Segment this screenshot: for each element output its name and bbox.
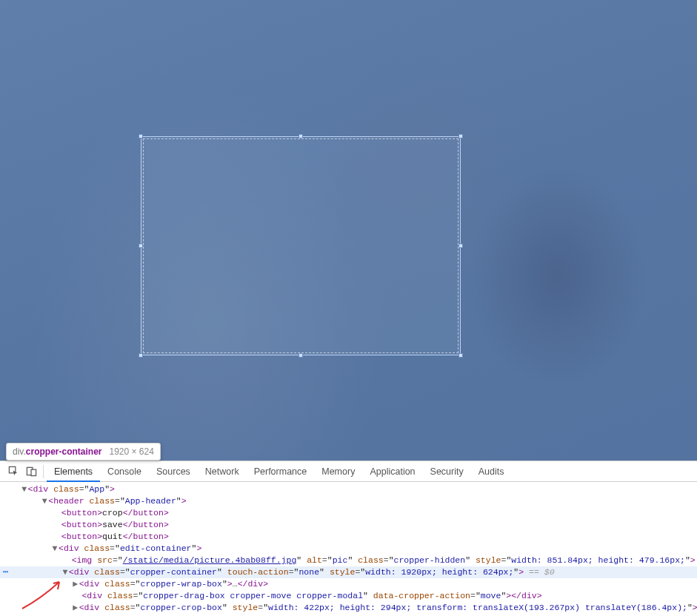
tab-security[interactable]: Security	[423, 461, 471, 482]
devtools-tab-bar: Elements Console Sources Network Perform…	[0, 461, 697, 482]
devtools-panel: Elements Console Sources Network Perform…	[0, 461, 697, 616]
breakpoint-gutter-icon[interactable]: ⋯	[3, 566, 9, 578]
dom-node-app[interactable]: ▼<div class="App">	[0, 483, 697, 495]
svg-rect-2	[31, 469, 36, 475]
tab-sources[interactable]: Sources	[149, 461, 198, 482]
crop-handle-ne[interactable]	[458, 134, 463, 138]
crop-handle-n[interactable]	[299, 134, 303, 138]
cropper-crop-box[interactable]	[141, 136, 461, 355]
dom-node-edit-container[interactable]: ▼<div class="edit-container">	[0, 543, 697, 555]
tooltip-dimensions: 1920 × 624	[109, 446, 153, 457]
inspect-element-icon[interactable]	[4, 463, 22, 481]
dom-node-button-save[interactable]: <button>save</button>	[0, 519, 697, 531]
tab-performance[interactable]: Performance	[247, 461, 315, 482]
dom-node-crop-box[interactable]: ▶<div class="cropper-crop-box" style="wi…	[0, 602, 697, 614]
elements-dom-tree[interactable]: ▼<div class="App"> ▼<header class="App-h…	[0, 482, 697, 616]
tab-separator	[43, 465, 44, 478]
tab-memory[interactable]: Memory	[314, 461, 362, 482]
dom-node-header[interactable]: ▼<header class="App-header">	[0, 495, 697, 507]
device-toolbar-icon[interactable]	[22, 463, 40, 481]
crop-handle-se[interactable]	[458, 353, 463, 358]
dom-node-cropper-container[interactable]: ⋯ ▼<div class="cropper-container" touch-…	[0, 566, 697, 578]
app-preview	[0, 0, 697, 461]
element-inspect-tooltip: div.cropper-container 1920 × 624	[6, 443, 161, 461]
dom-node-wrap-box[interactable]: ▶<div class="cropper-wrap-box">…</div>	[0, 578, 697, 590]
tab-audits[interactable]: Audits	[471, 461, 512, 482]
tab-console[interactable]: Console	[100, 461, 149, 482]
crop-handle-s[interactable]	[299, 353, 303, 358]
dom-node-button-crop[interactable]: <button>crop</button>	[0, 507, 697, 519]
tab-application[interactable]: Application	[362, 461, 422, 482]
tooltip-selector: div.cropper-container	[13, 446, 101, 457]
crop-handle-sw[interactable]	[139, 353, 143, 358]
crop-handle-e[interactable]	[458, 244, 463, 248]
dom-node-img[interactable]: <img src="/static/media/picture.4bab08ff…	[0, 555, 697, 566]
crop-handle-w[interactable]	[139, 244, 143, 248]
tab-network[interactable]: Network	[198, 461, 247, 482]
crop-handle-nw[interactable]	[139, 134, 143, 138]
tab-elements[interactable]: Elements	[47, 461, 100, 482]
dom-node-drag-box[interactable]: <div class="cropper-drag-box cropper-mov…	[0, 590, 697, 602]
dom-node-button-quit[interactable]: <button>quit</button>	[0, 531, 697, 543]
